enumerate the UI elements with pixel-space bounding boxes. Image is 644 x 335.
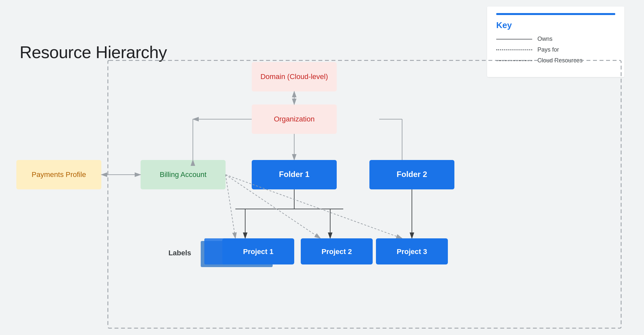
svg-rect-16 (16, 160, 101, 189)
svg-text:Project 3: Project 3 (397, 247, 427, 256)
svg-rect-14 (141, 160, 226, 189)
key-label-owns: Owns (537, 36, 552, 42)
key-box: Key Owns Pays for Cloud Resources (487, 7, 624, 77)
svg-text:Payments Profile: Payments Profile (32, 170, 86, 179)
key-line-dotted-icon (496, 49, 532, 50)
svg-text:Project 1: Project 1 (243, 247, 274, 256)
svg-rect-34 (204, 238, 276, 264)
svg-rect-36 (222, 238, 294, 264)
key-item-owns: Owns (496, 36, 615, 42)
key-line-dashed-icon (496, 60, 532, 61)
page-title: Resource Hierarchy (20, 42, 167, 62)
svg-line-31 (226, 175, 320, 238)
key-bar-accent (496, 13, 615, 15)
key-line-solid-icon (496, 39, 532, 40)
svg-text:Folder 1: Folder 1 (279, 170, 309, 179)
svg-text:Folder 2: Folder 2 (397, 170, 427, 179)
svg-rect-0 (108, 60, 621, 328)
svg-rect-21 (252, 160, 337, 189)
key-item-cloud: Cloud Resources (496, 57, 615, 64)
svg-text:Project 2: Project 2 (322, 247, 352, 256)
key-item-pays: Pays for (496, 46, 615, 53)
svg-line-30 (226, 175, 235, 238)
svg-rect-1 (252, 62, 337, 91)
svg-rect-33 (201, 241, 273, 267)
svg-text:Billing Account: Billing Account (160, 170, 206, 179)
svg-text:Labels: Labels (168, 249, 191, 257)
svg-text:Organization: Organization (274, 115, 315, 123)
key-label-pays: Pays for (537, 46, 559, 53)
svg-rect-3 (252, 104, 337, 134)
svg-rect-40 (376, 238, 448, 264)
key-label-cloud: Cloud Resources (537, 57, 583, 64)
key-title: Key (496, 20, 615, 30)
svg-rect-23 (369, 160, 454, 189)
svg-line-32 (226, 175, 402, 238)
svg-rect-38 (301, 238, 373, 264)
svg-text:Domain (Cloud-level): Domain (Cloud-level) (261, 72, 328, 81)
